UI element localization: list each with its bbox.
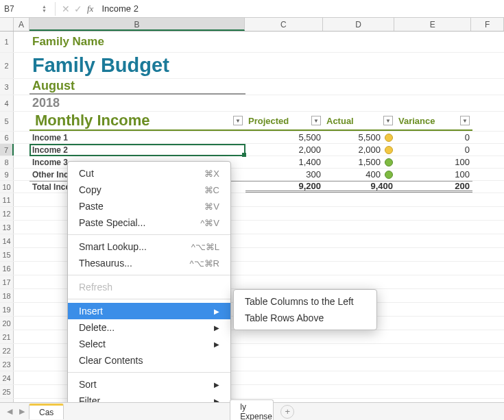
menu-clear[interactable]: Clear Contents	[68, 352, 230, 369]
col-header-b[interactable]: B	[29, 18, 245, 31]
chevron-right-icon: ▶	[214, 341, 219, 348]
col-projected[interactable]: Projected▼	[245, 112, 324, 131]
col-header-a[interactable]: A	[14, 18, 29, 31]
table-row[interactable]: Income 2	[29, 144, 245, 156]
cancel-icon[interactable]: ✕	[60, 3, 72, 14]
col-header-f[interactable]: F	[471, 18, 504, 31]
row-header[interactable]: 16	[0, 262, 14, 275]
row-header[interactable]: 23	[0, 358, 14, 371]
chevron-right-icon: ▶	[214, 308, 219, 315]
row-header[interactable]: 18	[0, 289, 14, 302]
menu-sort[interactable]: Sort▶	[68, 376, 230, 393]
row-header[interactable]: 20	[0, 317, 14, 330]
chevron-right-icon: ▶	[214, 381, 219, 388]
row-header[interactable]: 15	[0, 248, 14, 261]
section-header[interactable]: Monthly Income▼	[29, 112, 245, 131]
fx-icon[interactable]: fx	[87, 3, 93, 14]
month-cell[interactable]: August	[29, 79, 245, 95]
tab-prev-icon[interactable]: ◀	[4, 407, 15, 416]
accept-icon[interactable]: ✓	[72, 3, 84, 14]
menu-refresh: Refresh	[68, 279, 230, 295]
menu-paste-special[interactable]: Paste Special...^⌘V	[68, 214, 230, 231]
col-header-d[interactable]: D	[323, 18, 395, 31]
context-menu: Cut⌘X Copy⌘C Paste⌘V Paste Special...^⌘V…	[67, 161, 231, 420]
divider	[55, 2, 56, 16]
row-header[interactable]: 10	[0, 181, 14, 193]
menu-separator	[68, 234, 230, 235]
filter-dropdown-icon[interactable]: ▼	[460, 116, 470, 125]
insert-submenu: Table Columns to the Left Table Rows Abo…	[233, 289, 377, 330]
menu-separator	[68, 299, 230, 299]
table-row[interactable]: Income 1	[29, 132, 245, 143]
col-actual[interactable]: Actual▼	[324, 112, 396, 131]
row-header[interactable]: 1	[0, 32, 14, 52]
row-header[interactable]: 4	[0, 95, 14, 111]
row-header[interactable]: 7	[0, 144, 14, 156]
menu-paste[interactable]: Paste⌘V	[68, 198, 230, 214]
formula-value[interactable]: Income 2	[96, 3, 138, 14]
status-dot-icon	[385, 171, 393, 179]
status-dot-icon	[385, 134, 393, 142]
filter-dropdown-icon[interactable]: ▼	[233, 116, 243, 125]
col-header-c[interactable]: C	[245, 18, 323, 31]
add-sheet-button[interactable]: +	[280, 405, 294, 419]
chevron-right-icon: ▶	[214, 324, 219, 332]
row-header[interactable]: 5	[0, 112, 14, 131]
menu-separator	[68, 372, 230, 373]
row-header[interactable]: 22	[0, 344, 14, 357]
stepper-icon[interactable]: ▲▼	[42, 5, 47, 13]
tab-next-icon[interactable]: ▶	[16, 407, 27, 416]
menu-delete[interactable]: Delete...▶	[68, 319, 230, 336]
formula-bar: B7 ▲▼ ✕ ✓ fx Income 2	[0, 0, 504, 18]
row-header[interactable]: 3	[0, 79, 14, 95]
row-header[interactable]: 11	[0, 193, 14, 206]
title-cell[interactable]: Family Budget	[29, 53, 245, 78]
sheet-tabs: ◀ ▶ Cas ly Expense +	[0, 402, 504, 420]
row-header[interactable]: 17	[0, 275, 14, 288]
select-all-corner[interactable]	[0, 18, 14, 31]
column-headers: A B C D E F	[0, 18, 504, 32]
name-box[interactable]: B7 ▲▼	[0, 4, 51, 14]
row-header[interactable]: 24	[0, 371, 14, 384]
row-header[interactable]: 14	[0, 234, 14, 247]
menu-thesaurus[interactable]: Thesaurus...^⌥⌘R	[68, 255, 230, 271]
family-name-cell[interactable]: Family Name	[29, 32, 245, 52]
filter-dropdown-icon[interactable]: ▼	[383, 116, 393, 125]
filter-dropdown-icon[interactable]: ▼	[311, 116, 321, 125]
submenu-rows-above[interactable]: Table Rows Above	[234, 310, 376, 326]
status-dot-icon	[385, 146, 393, 154]
menu-separator	[68, 275, 230, 275]
row-header[interactable]: 21	[0, 330, 14, 343]
menu-copy[interactable]: Copy⌘C	[68, 182, 230, 198]
row-header[interactable]: 9	[0, 169, 14, 180]
menu-smart-lookup[interactable]: Smart Lookup...^⌥⌘L	[68, 238, 230, 255]
row-header[interactable]: 2	[0, 53, 14, 78]
row-header[interactable]: 12	[0, 207, 14, 220]
menu-cut[interactable]: Cut⌘X	[68, 165, 230, 182]
row-header[interactable]: 25	[0, 385, 14, 398]
row-header[interactable]: 6	[0, 132, 14, 143]
status-dot-icon	[385, 158, 393, 166]
col-variance[interactable]: Variance▼	[396, 112, 472, 131]
sheet-tab[interactable]: Cas	[29, 404, 64, 419]
sheet-tab[interactable]: ly Expense	[230, 399, 274, 420]
year-cell[interactable]: 2018	[29, 95, 245, 111]
menu-insert[interactable]: Insert▶	[68, 303, 230, 319]
cell-reference: B7	[4, 4, 14, 14]
row-header[interactable]: 8	[0, 156, 14, 168]
row-header[interactable]: 13	[0, 221, 14, 234]
menu-select[interactable]: Select▶	[68, 336, 230, 352]
col-header-e[interactable]: E	[394, 18, 471, 31]
row-header[interactable]: 19	[0, 303, 14, 316]
submenu-cols-left[interactable]: Table Columns to the Left	[234, 293, 376, 310]
